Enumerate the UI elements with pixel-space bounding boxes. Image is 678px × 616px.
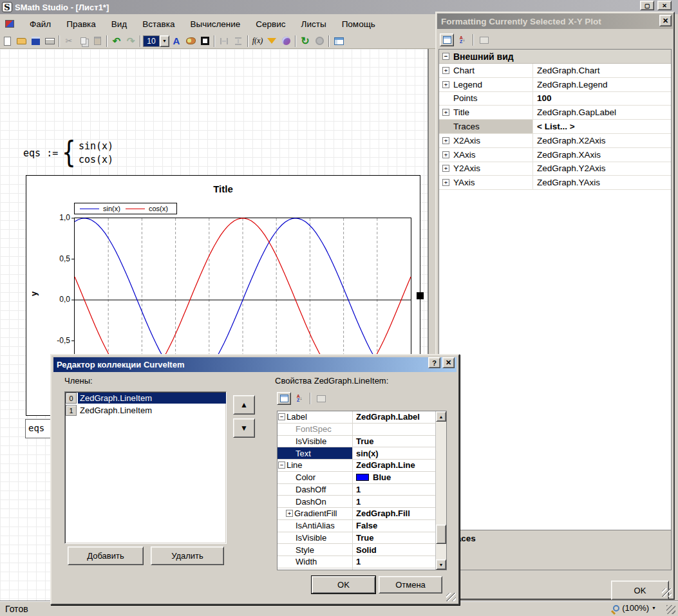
property-row-fontspec[interactable]: FontSpec bbox=[278, 424, 436, 436]
formatting-panel-titlebar[interactable]: Formatting Currently Selected X-Y Plot bbox=[437, 14, 673, 29]
function-icon[interactable]: f(x) bbox=[250, 35, 265, 48]
print-icon[interactable] bbox=[42, 35, 57, 48]
members-listbox[interactable]: 0 ZedGraph.LineItem 1 ZedGraph.LineItem bbox=[64, 391, 227, 544]
formatting-ok-button[interactable]: OK bbox=[611, 581, 669, 600]
equation-region[interactable]: eqs := { sin(x) cos(x) bbox=[23, 138, 113, 169]
property-row-clipped[interactable]: Link ZedGraph.Link bbox=[278, 568, 436, 570]
zoom-level[interactable]: (100%) bbox=[622, 603, 649, 613]
new-document-icon[interactable] bbox=[0, 35, 14, 48]
property-row-y2axis[interactable]: +Y2Axis ZedGraph.Y2Axis bbox=[439, 162, 671, 176]
property-row-line[interactable]: −Line ZedGraph.Line bbox=[278, 460, 436, 472]
property-row-color[interactable]: Color Blue bbox=[278, 472, 436, 484]
open-icon[interactable] bbox=[14, 35, 28, 48]
property-row-chart[interactable]: +Chart ZedGraph.Chart bbox=[439, 64, 671, 78]
copy-icon[interactable] bbox=[76, 35, 90, 48]
property-row-label[interactable]: −Label ZedGraph.Label bbox=[278, 411, 436, 424]
property-row-isantialias[interactable]: IsAntiAlias False bbox=[278, 520, 436, 532]
font-size-select[interactable]: 10 bbox=[143, 35, 160, 47]
collapse-icon[interactable]: − bbox=[278, 462, 285, 469]
expand-plus-icon[interactable]: + bbox=[442, 81, 449, 88]
expand-plus-icon[interactable]: + bbox=[442, 67, 449, 74]
resize-grip[interactable] bbox=[666, 605, 675, 614]
categorized-view-icon[interactable] bbox=[277, 392, 291, 405]
menu-insert[interactable]: Вставка bbox=[135, 17, 182, 32]
expand-plus-icon[interactable]: + bbox=[442, 109, 449, 116]
cancel-button[interactable]: Отмена bbox=[379, 576, 442, 593]
vertical-scrollbar[interactable]: ▲ ▼ bbox=[435, 411, 446, 570]
categorized-view-icon[interactable] bbox=[440, 33, 454, 46]
list-item[interactable]: 0 ZedGraph.LineItem bbox=[65, 392, 226, 404]
property-row-traces[interactable]: Traces < List... > bbox=[439, 120, 671, 134]
property-row-isvisible2[interactable]: IsVisible True bbox=[278, 532, 436, 545]
save-icon[interactable] bbox=[28, 35, 42, 48]
expand-plus-icon[interactable]: + bbox=[442, 137, 449, 144]
reference-book-icon[interactable] bbox=[279, 35, 293, 48]
close-icon[interactable]: ✕ bbox=[659, 15, 672, 26]
menu-help[interactable]: Помощь bbox=[334, 17, 383, 32]
menu-calculation[interactable]: Вычисление bbox=[182, 17, 248, 32]
move-up-icon[interactable]: ▲ bbox=[233, 395, 255, 415]
property-row-text[interactable]: Text sin(x) bbox=[278, 447, 436, 460]
property-row-x2axis[interactable]: +X2Axis ZedGraph.X2Axis bbox=[439, 134, 671, 148]
member-index[interactable]: 0 bbox=[66, 393, 77, 404]
alphabetical-sort-icon[interactable]: AZ↓ bbox=[292, 392, 306, 405]
scroll-down-icon[interactable]: ▼ bbox=[436, 559, 446, 570]
property-row-gradientfill[interactable]: +GradientFill ZedGraph.Fill bbox=[278, 508, 436, 520]
close-icon[interactable]: ✕ bbox=[442, 357, 455, 368]
property-row-yaxis[interactable]: +YAxis ZedGraph.YAxis bbox=[439, 176, 671, 190]
property-row-dashoff[interactable]: DashOff 1 bbox=[278, 484, 436, 496]
horizontal-spacing-icon[interactable] bbox=[217, 35, 231, 48]
property-row-points[interactable]: Points 100 bbox=[439, 92, 671, 106]
options-list-icon[interactable] bbox=[332, 35, 346, 48]
eqs-partial-region[interactable]: eqs bbox=[25, 419, 52, 438]
menu-view[interactable]: Вид bbox=[104, 17, 135, 32]
scroll-up-icon[interactable]: ▲ bbox=[436, 411, 446, 422]
move-down-icon[interactable]: ▼ bbox=[233, 418, 255, 438]
help-icon[interactable]: ? bbox=[428, 357, 440, 368]
border-icon[interactable] bbox=[198, 35, 212, 48]
selection-handle[interactable] bbox=[417, 292, 424, 299]
property-row-title[interactable]: +Title ZedGraph.GapLabel bbox=[439, 106, 671, 120]
category-row-appearance[interactable]: − Внешний вид bbox=[439, 50, 671, 64]
recalculate-icon[interactable]: ↻ bbox=[298, 35, 312, 48]
zoom-dropdown-icon[interactable]: ▼ bbox=[652, 606, 656, 610]
redo-icon[interactable]: ↷ bbox=[124, 35, 138, 48]
alphabetical-sort-icon[interactable]: AZ↓ bbox=[455, 33, 469, 46]
property-row-style[interactable]: Style Solid bbox=[278, 544, 436, 556]
member-index[interactable]: 1 bbox=[66, 405, 77, 416]
close-button[interactable]: ✕ bbox=[657, 1, 672, 10]
filter-icon[interactable] bbox=[265, 35, 279, 48]
menu-tools[interactable]: Сервис bbox=[248, 17, 293, 32]
ok-button[interactable]: OK bbox=[312, 576, 375, 593]
dialog-titlebar[interactable]: Редактор коллекции CurveItem bbox=[53, 357, 457, 372]
property-row-isvisible[interactable]: IsVisible True bbox=[278, 436, 436, 448]
palette-icon[interactable] bbox=[184, 35, 198, 48]
expand-plus-icon[interactable]: + bbox=[442, 165, 449, 172]
scrollbar-thumb[interactable] bbox=[436, 525, 446, 544]
list-item[interactable]: 1 ZedGraph.LineItem bbox=[65, 404, 226, 416]
expand-plus-icon[interactable]: + bbox=[442, 179, 449, 186]
property-row-legend[interactable]: +Legend ZedGraph.Legend bbox=[439, 78, 671, 92]
cut-icon[interactable]: ✂ bbox=[62, 35, 76, 48]
property-row-width[interactable]: Width 1 bbox=[278, 556, 436, 568]
stop-icon[interactable] bbox=[312, 35, 326, 48]
collapse-icon[interactable]: − bbox=[278, 413, 285, 420]
expand-plus-icon[interactable]: + bbox=[286, 510, 293, 517]
undo-icon[interactable]: ↶ bbox=[109, 35, 124, 48]
maximize-button[interactable]: ▢ bbox=[640, 1, 654, 10]
property-row-xaxis[interactable]: +XAxis ZedGraph.XAxis bbox=[439, 148, 671, 162]
expand-plus-icon[interactable]: + bbox=[442, 151, 449, 158]
menu-sheets[interactable]: Листы bbox=[294, 17, 334, 32]
add-button[interactable]: Добавить bbox=[68, 546, 144, 565]
font-color-icon[interactable]: A bbox=[169, 35, 184, 48]
menu-edit[interactable]: Правка bbox=[59, 17, 104, 32]
font-size-dropdown[interactable]: ▼ bbox=[160, 35, 169, 47]
remove-button[interactable]: Удалить bbox=[151, 546, 224, 565]
collapse-icon[interactable]: − bbox=[442, 53, 449, 60]
dialog-resize-grip[interactable] bbox=[446, 593, 456, 601]
paste-icon[interactable] bbox=[90, 35, 104, 48]
menu-file[interactable]: Файл bbox=[22, 17, 59, 32]
panel-resize-grip[interactable] bbox=[662, 588, 672, 597]
vertical-spacing-icon[interactable] bbox=[231, 35, 245, 48]
property-row-dashon[interactable]: DashOn 1 bbox=[278, 496, 436, 508]
